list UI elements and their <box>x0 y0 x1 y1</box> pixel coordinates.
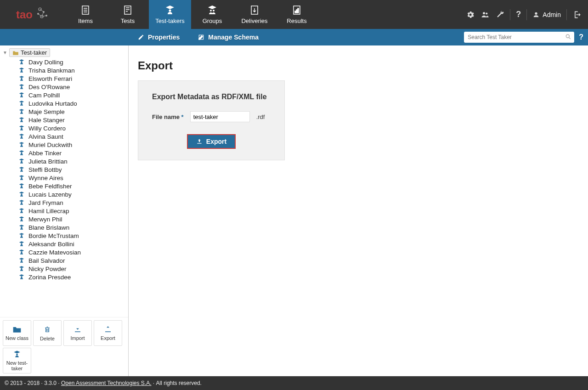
search-input[interactable] <box>464 32 574 43</box>
subnav-help-icon[interactable]: ? <box>579 33 583 41</box>
tree-item[interactable]: Bebe Feldfisher <box>18 182 128 190</box>
settings-icon[interactable] <box>466 10 475 19</box>
items-icon <box>80 5 91 16</box>
svg-point-55 <box>21 252 22 253</box>
tree-item[interactable]: Cazzie Matevosian <box>18 248 128 256</box>
search-icon[interactable] <box>565 34 571 40</box>
svg-point-30 <box>566 34 570 38</box>
properties-label: Properties <box>148 34 180 41</box>
tree-item[interactable]: Abbe Tinker <box>18 149 128 157</box>
tree-toggle-icon[interactable]: ▼ <box>3 50 7 55</box>
test-takers-icon <box>164 5 175 16</box>
action-delete[interactable]: Delete <box>33 320 62 346</box>
footer-years: © 2013 - 2018 <box>5 380 40 386</box>
svg-point-19 <box>210 10 212 11</box>
groups-icon <box>207 5 218 16</box>
person-icon <box>18 175 26 181</box>
tree-item-label: Des O'Rowane <box>28 84 70 90</box>
action-export[interactable]: Export <box>94 320 122 346</box>
tree-item[interactable]: Nicky Powder <box>18 265 128 273</box>
tree-item[interactable]: Maje Semple <box>18 107 128 116</box>
tree-item[interactable]: Wynne Aires <box>18 174 128 182</box>
action-import[interactable]: Import <box>63 320 92 346</box>
person-icon <box>18 84 26 90</box>
svg-rect-23 <box>295 11 296 13</box>
nav-tab-label: Results <box>287 17 306 24</box>
tree-item[interactable]: Lucais Lazenby <box>18 190 128 198</box>
tree-item[interactable]: Julieta Brittian <box>18 157 128 165</box>
person-icon <box>18 67 26 73</box>
tree-item[interactable]: Ludovika Hurtado <box>18 99 128 107</box>
action-new-class[interactable]: New class <box>3 320 31 346</box>
action-label: New class <box>6 335 28 341</box>
svg-rect-25 <box>298 8 299 13</box>
tree-root[interactable]: ▼ Test-taker <box>3 48 128 57</box>
person-icon <box>18 266 26 272</box>
nav-tab-tests[interactable]: Tests <box>107 0 149 29</box>
tree-item[interactable]: Zorina Presdee <box>18 273 128 281</box>
tree-item[interactable]: Bordie McTrustam <box>18 232 128 240</box>
person-icon <box>18 117 26 123</box>
svg-point-57 <box>21 268 22 269</box>
export-button[interactable]: Export <box>187 134 236 149</box>
tree-item[interactable]: Alvina Saunt <box>18 132 128 141</box>
logout-icon[interactable] <box>572 10 582 19</box>
nav-tab-deliveries[interactable]: Deliveries <box>233 0 276 29</box>
admin-menu[interactable]: Admin <box>532 11 561 18</box>
tree-item-label: Aleksandr Bollini <box>28 241 74 248</box>
export-button-label: Export <box>206 138 226 145</box>
tree-item[interactable]: Muriel Duckwith <box>18 141 128 149</box>
tree-item[interactable]: Des O'Rowane <box>18 83 128 91</box>
tree-item-label: Muriel Duckwith <box>28 141 72 148</box>
tree-item[interactable]: Steffi Bottby <box>18 165 128 174</box>
admin-label: Admin <box>543 11 561 18</box>
svg-point-20 <box>213 10 215 11</box>
tree-item-label: Nicky Powder <box>28 266 67 272</box>
tree-root-label: Test-taker <box>21 49 47 56</box>
tree-item-label: Bebe Feldfisher <box>28 183 72 190</box>
svg-point-27 <box>486 12 488 14</box>
nav-tab-test-takers[interactable]: Test-takers <box>149 0 191 29</box>
person-icon <box>18 274 26 280</box>
svg-point-35 <box>21 86 22 87</box>
tree-item[interactable]: Cam Polhill <box>18 91 128 99</box>
users-icon[interactable] <box>481 10 490 19</box>
tree-item[interactable]: Jard Fryman <box>18 198 128 207</box>
logo[interactable]: tao <box>0 0 64 29</box>
nav-tab-groups[interactable]: Groups <box>191 0 233 29</box>
svg-point-28 <box>535 12 537 14</box>
nav-tab-results[interactable]: Results <box>276 0 318 29</box>
tree-item-label: Julieta Brittian <box>28 158 68 165</box>
nav-tabs: ItemsTestsTest-takersGroupsDeliveriesRes… <box>64 0 318 29</box>
svg-point-18 <box>169 10 171 12</box>
svg-rect-14 <box>124 6 131 14</box>
properties-link[interactable]: Properties <box>138 34 180 41</box>
export-icon <box>104 325 112 333</box>
help-icon[interactable]: ? <box>516 10 521 19</box>
tree-item[interactable]: Aleksandr Bollini <box>18 240 128 248</box>
nav-tab-items[interactable]: Items <box>64 0 107 29</box>
svg-point-36 <box>21 95 22 96</box>
tree-item[interactable]: Davy Dolling <box>18 58 128 66</box>
tree-item[interactable]: Elsworth Ferrari <box>18 74 128 83</box>
tests-icon <box>122 5 133 16</box>
tree-item[interactable]: Hamil Lillecrap <box>18 207 128 215</box>
filename-input[interactable] <box>190 111 250 122</box>
nav-tab-label: Deliveries <box>241 17 267 24</box>
svg-point-38 <box>21 111 22 112</box>
tree-item[interactable]: Willy Cordero <box>18 124 128 132</box>
tree-item[interactable]: Bail Salvador <box>18 256 128 265</box>
tree-item-label: Bail Salvador <box>28 257 65 264</box>
tree-item[interactable]: Trisha Blankman <box>18 66 128 74</box>
footer-org-link[interactable]: Open Assessment Technologies S.A. <box>61 380 152 386</box>
action-new-test-taker[interactable]: New test-taker <box>3 348 31 373</box>
manage-schema-link[interactable]: Manage Schema <box>198 34 259 41</box>
topbar: tao ItemsTestsTest-takersGroupsDeliverie… <box>0 0 588 29</box>
tree-item[interactable]: Blane Brislawn <box>18 223 128 232</box>
tree-item[interactable]: Hale Stanger <box>18 116 128 124</box>
footer-rights: All rights reserved. <box>156 380 202 386</box>
wrench-icon[interactable] <box>495 10 504 19</box>
tree-item[interactable]: Merwyn Phil <box>18 215 128 223</box>
tree-item-label: Cam Polhill <box>28 92 60 99</box>
svg-point-34 <box>21 78 22 79</box>
